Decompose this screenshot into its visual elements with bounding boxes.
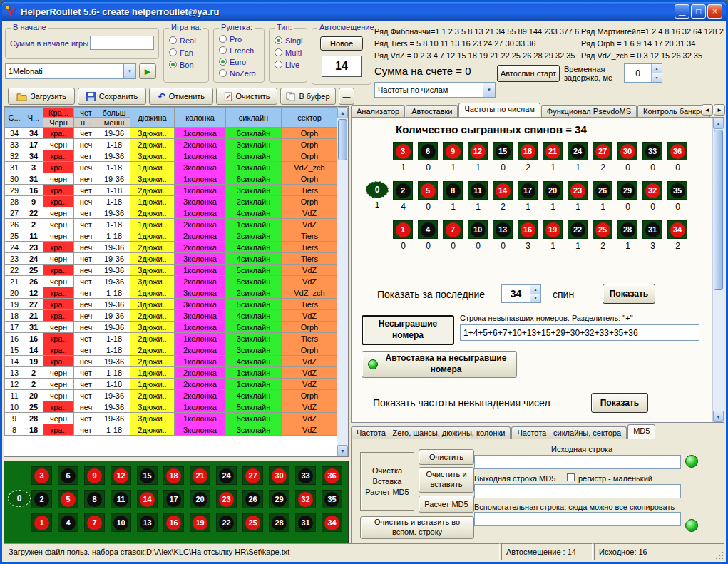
scrollbar-thumb[interactable] bbox=[714, 130, 723, 290]
resize-grip-icon[interactable] bbox=[714, 550, 724, 560]
number-tile-9[interactable]: 9 bbox=[443, 142, 463, 160]
title-bar[interactable]: HelperRoullet 5.6- create helperroullet@… bbox=[2, 2, 726, 21]
number-tile-32[interactable]: 32 bbox=[642, 181, 662, 200]
number-tile-36[interactable]: 36 bbox=[322, 466, 342, 485]
number-tile-19[interactable]: 19 bbox=[543, 220, 563, 239]
tab-автоставки[interactable]: Автоставки bbox=[406, 105, 458, 117]
number-tile-20[interactable]: 20 bbox=[190, 490, 210, 508]
md5-source-input[interactable] bbox=[474, 455, 681, 469]
md5-output-input[interactable] bbox=[474, 484, 681, 498]
md5-calc-button[interactable]: Расчет MD5 bbox=[419, 496, 474, 513]
number-tile-11[interactable]: 11 bbox=[468, 181, 488, 200]
number-tile-32[interactable]: 32 bbox=[295, 490, 316, 508]
number-tile-8[interactable]: 8 bbox=[443, 181, 463, 200]
history-row[interactable]: 928чернчет19-363дюжи..1колонка5сиклайнVd… bbox=[5, 413, 338, 424]
col-header-sixline[interactable]: сиклайн bbox=[226, 108, 282, 128]
number-tile-31[interactable]: 31 bbox=[642, 220, 662, 239]
number-tile-1[interactable]: 1 bbox=[31, 513, 52, 532]
number-tile-35[interactable]: 35 bbox=[667, 181, 687, 200]
number-tile-0[interactable]: 0 bbox=[8, 490, 31, 507]
history-scrollbar[interactable]: ▲ ▼ bbox=[337, 107, 348, 456]
history-row[interactable]: 2012кра..чет1-181дюжи..3колонка2сиклайнV… bbox=[5, 287, 338, 299]
number-tile-8[interactable]: 8 bbox=[84, 490, 105, 508]
number-tile-25[interactable]: 25 bbox=[593, 220, 612, 239]
number-tile-22[interactable]: 22 bbox=[568, 220, 588, 239]
number-tile-26[interactable]: 26 bbox=[242, 490, 263, 508]
not-played-input[interactable] bbox=[460, 324, 699, 341]
md5-go-icon[interactable] bbox=[685, 455, 698, 468]
scroll-down-icon[interactable]: ▼ bbox=[713, 411, 724, 422]
tab-функционал-psevdoms[interactable]: Функционал PsevdoMS bbox=[541, 105, 637, 117]
number-tile-18[interactable]: 18 bbox=[163, 466, 184, 485]
number-tile-22[interactable]: 22 bbox=[216, 513, 237, 532]
history-row[interactable]: 1419кра..неч19-362дюжи..1колонка4сиклайн… bbox=[5, 356, 338, 367]
number-tile-30[interactable]: 30 bbox=[617, 142, 637, 160]
close-button[interactable]: × bbox=[707, 4, 722, 19]
number-tile-36[interactable]: 36 bbox=[667, 142, 687, 160]
col-header-number[interactable]: Ч... bbox=[24, 108, 43, 128]
history-row[interactable]: 3031черннеч19-363дюжи..1колонка6сиклайнO… bbox=[5, 173, 338, 185]
number-tile-14[interactable]: 14 bbox=[493, 181, 513, 200]
history-row[interactable]: 1927кра..неч19-363дюжи..3колонка5сиклайн… bbox=[5, 299, 338, 310]
history-row[interactable]: 2324чернчет19-362дюжи..3колонка4сиклайнT… bbox=[5, 253, 338, 265]
number-tile-2[interactable]: 2 bbox=[393, 181, 413, 200]
history-row[interactable]: 1731черннеч19-363дюжи..1колонка6сиклайнO… bbox=[5, 322, 338, 333]
number-tile-6[interactable]: 6 bbox=[418, 142, 438, 160]
play-button[interactable]: ▶ bbox=[139, 63, 156, 79]
new-button[interactable]: Новое bbox=[320, 36, 363, 51]
history-row[interactable]: 1821кра..неч19-362дюжи..3колонка4сиклайн… bbox=[5, 310, 338, 322]
missing-freq-show-button[interactable]: Показать bbox=[591, 393, 648, 413]
number-tile-27[interactable]: 27 bbox=[593, 142, 612, 160]
radio-live[interactable]: Live bbox=[275, 59, 302, 70]
radio-euro[interactable]: Euro bbox=[219, 56, 256, 67]
number-tile-23[interactable]: 23 bbox=[216, 490, 237, 508]
spin-up-icon[interactable]: ▲ bbox=[530, 285, 540, 294]
number-tile-25[interactable]: 25 bbox=[242, 513, 263, 532]
maximize-button[interactable]: □ bbox=[691, 4, 706, 19]
number-tile-33[interactable]: 33 bbox=[642, 142, 662, 160]
number-tile-24[interactable]: 24 bbox=[568, 142, 588, 160]
number-tile-29[interactable]: 29 bbox=[269, 490, 289, 508]
history-row[interactable]: 122чернчет1-181дюжи..2колонка1сиклайнVdZ bbox=[5, 379, 338, 390]
number-tile-27[interactable]: 27 bbox=[242, 466, 263, 485]
tab-частоты-по-числам[interactable]: Частоты по числам bbox=[458, 103, 540, 117]
md5-aux-input[interactable] bbox=[474, 512, 681, 526]
number-tile-1[interactable]: 1 bbox=[393, 220, 413, 239]
number-tile-3[interactable]: 3 bbox=[31, 466, 52, 485]
history-row[interactable]: 818кра..чет1-182дюжи..3колонка3сиклайнVd… bbox=[5, 424, 338, 436]
number-tile-30[interactable]: 30 bbox=[269, 466, 289, 485]
number-tile-35[interactable]: 35 bbox=[322, 490, 342, 508]
col-header-even[interactable]: чет bbox=[74, 108, 98, 118]
history-row[interactable]: 3317черннеч1-182дюжи..2колонка3сиклайнOr… bbox=[5, 139, 338, 150]
radio-real[interactable]: Real bbox=[169, 35, 196, 46]
number-tile-16[interactable]: 16 bbox=[518, 220, 538, 239]
md5-clear-paste-button[interactable]: Очистить и вставить bbox=[419, 467, 474, 493]
scroll-up-icon[interactable]: ▲ bbox=[337, 107, 348, 118]
number-tile-2[interactable]: 2 bbox=[31, 490, 52, 508]
chevron-down-icon[interactable]: ▼ bbox=[123, 64, 135, 78]
number-tile-28[interactable]: 28 bbox=[269, 513, 289, 532]
number-tile-24[interactable]: 24 bbox=[216, 466, 237, 485]
col-header-dozen[interactable]: дюжина bbox=[130, 108, 175, 128]
number-tile-15[interactable]: 15 bbox=[137, 466, 158, 485]
number-tile-12[interactable]: 12 bbox=[111, 466, 131, 485]
number-tile-34[interactable]: 34 bbox=[667, 220, 687, 239]
number-tile-15[interactable]: 15 bbox=[493, 142, 513, 160]
number-tile-14[interactable]: 14 bbox=[137, 490, 158, 508]
tab-scroll-right-icon[interactable]: ► bbox=[714, 104, 725, 116]
radio-bon[interactable]: Bon bbox=[169, 59, 196, 70]
history-row[interactable]: 289кра..неч1-181дюжи..3колонка2сиклайнOr… bbox=[5, 196, 338, 207]
history-row[interactable]: 262чернчет1-181дюжи..2колонка1сиклайнVdZ bbox=[5, 219, 338, 230]
number-tile-31[interactable]: 31 bbox=[295, 513, 316, 532]
radio-multi[interactable]: Multi bbox=[275, 47, 302, 58]
number-tile-7[interactable]: 7 bbox=[84, 513, 105, 532]
history-row[interactable]: 2511черннеч1-181дюжи..2колонка2сиклайнTi… bbox=[5, 230, 338, 242]
number-tile-6[interactable]: 6 bbox=[58, 466, 78, 485]
show-button[interactable]: Показать bbox=[603, 284, 655, 304]
number-tile-3[interactable]: 3 bbox=[393, 142, 413, 160]
history-row[interactable]: 2225кра..неч19-363дюжи..1колонка5сиклайн… bbox=[5, 265, 338, 276]
tab-частота-сиклайны-сектора[interactable]: Частота - сиклайны, сектора bbox=[511, 426, 627, 439]
spinner-buttons[interactable]: ▲▼ bbox=[651, 64, 662, 82]
load-button[interactable]: Загрузить bbox=[8, 88, 75, 105]
spin-up-icon[interactable]: ▲ bbox=[652, 64, 662, 73]
